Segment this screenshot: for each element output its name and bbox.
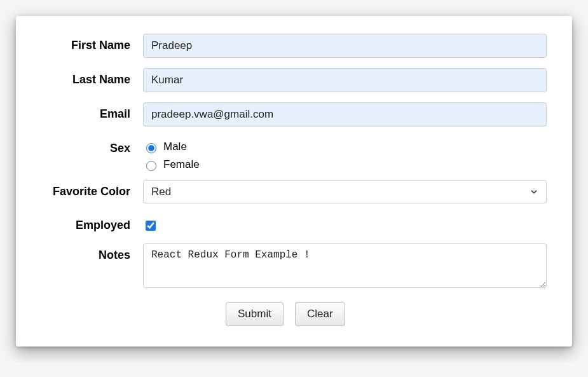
employed-label: Employed [41, 214, 143, 232]
sex-option-male[interactable]: Male [143, 141, 547, 153]
clear-button[interactable]: Clear [295, 302, 345, 326]
email-label: Email [41, 102, 143, 121]
first-name-label: First Name [41, 34, 143, 52]
sex-radio-male[interactable] [146, 143, 156, 153]
notes-textarea[interactable] [143, 243, 547, 288]
sex-radio-female[interactable] [146, 161, 156, 171]
favorite-color-label: Favorite Color [41, 180, 143, 198]
sex-option-female[interactable]: Female [143, 158, 547, 171]
last-name-label: Last Name [41, 68, 143, 86]
last-name-input[interactable] [143, 68, 547, 92]
notes-label: Notes [41, 243, 143, 262]
first-name-input[interactable] [143, 34, 547, 58]
form-card: First Name Last Name Email Sex Male [16, 16, 572, 346]
button-row: Submit Clear [41, 302, 547, 326]
sex-label: Sex [41, 137, 143, 155]
favorite-color-select[interactable]: Red [143, 180, 547, 203]
employed-checkbox[interactable] [146, 221, 156, 231]
sex-female-label: Female [163, 158, 200, 171]
sex-male-label: Male [163, 141, 187, 153]
email-input[interactable] [143, 102, 547, 127]
submit-button[interactable]: Submit [226, 302, 284, 326]
sex-radio-group: Male Female [143, 137, 547, 171]
